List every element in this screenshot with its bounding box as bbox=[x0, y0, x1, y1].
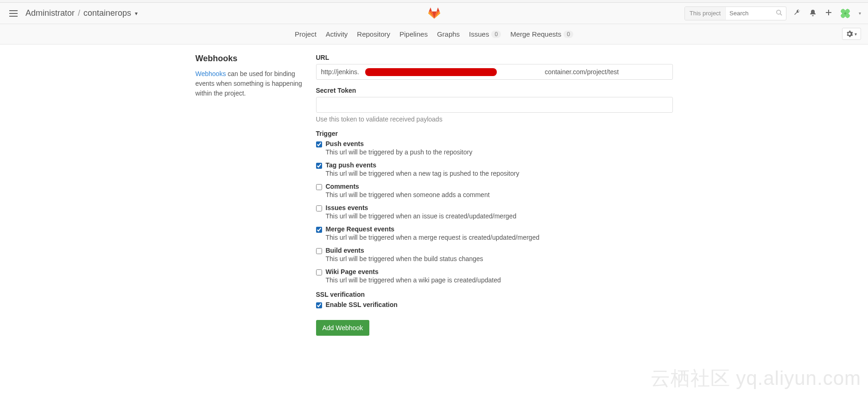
breadcrumb-project[interactable]: containerops bbox=[83, 8, 131, 18]
trigger-item: Comments This url will be triggered when… bbox=[316, 183, 673, 198]
header-right: This project ▾ bbox=[684, 6, 861, 20]
trigger-desc: This url will be triggered when someone … bbox=[326, 191, 673, 198]
plus-icon[interactable] bbox=[824, 7, 834, 19]
secret-input[interactable] bbox=[316, 97, 673, 113]
nav-tabs: Project Activity Repository Pipelines Gr… bbox=[295, 26, 573, 43]
trigger-checkbox[interactable] bbox=[316, 184, 322, 190]
trigger-label: Build events bbox=[326, 247, 673, 254]
form-column: URL Secret Token Use this token to valid… bbox=[316, 54, 673, 336]
avatar-image bbox=[840, 8, 851, 19]
tab-mr-label: Merge Requests bbox=[510, 30, 561, 38]
left-column: Webhooks Webhooks can be used for bindin… bbox=[196, 54, 316, 336]
tab-repository[interactable]: Repository bbox=[357, 26, 390, 43]
trigger-item: Issues events This url will be triggered… bbox=[316, 204, 673, 220]
tab-merge-requests[interactable]: Merge Requests 0 bbox=[510, 26, 573, 43]
redaction-bar bbox=[365, 68, 497, 76]
trigger-desc: This url will be triggered when a merge … bbox=[326, 234, 673, 241]
bell-icon[interactable] bbox=[808, 7, 818, 19]
trigger-label: Trigger bbox=[316, 130, 673, 137]
trigger-label: Merge Request events bbox=[326, 225, 673, 233]
url-label: URL bbox=[316, 54, 673, 61]
trigger-group: Trigger Push events This url will be tri… bbox=[316, 130, 673, 284]
menu-icon[interactable] bbox=[7, 8, 20, 19]
search-box: This project bbox=[684, 6, 786, 20]
trigger-item: Wiki Page events This url will be trigge… bbox=[316, 268, 673, 284]
page-description: Webhooks can be used for binding events … bbox=[196, 69, 307, 98]
tab-issues[interactable]: Issues 0 bbox=[469, 26, 501, 43]
search-scope[interactable]: This project bbox=[685, 7, 726, 20]
svg-point-0 bbox=[777, 10, 781, 14]
ssl-check-item: Enable SSL verification bbox=[316, 301, 673, 308]
settings-button[interactable]: ▾ bbox=[842, 28, 861, 40]
ssl-checkbox[interactable] bbox=[316, 302, 322, 308]
trigger-desc: This url will be triggered when an issue… bbox=[326, 212, 673, 220]
trigger-item: Merge Request events This url will be tr… bbox=[316, 225, 673, 241]
trigger-checkbox[interactable] bbox=[316, 141, 322, 147]
trigger-label: Tag push events bbox=[326, 161, 673, 169]
ssl-group: SSL verification Enable SSL verification bbox=[316, 291, 673, 308]
search-icon[interactable] bbox=[772, 9, 786, 17]
trigger-checkbox[interactable] bbox=[316, 163, 322, 169]
trigger-list: Push events This url will be triggered b… bbox=[316, 140, 673, 284]
breadcrumb-owner[interactable]: Administrator bbox=[25, 8, 75, 18]
secret-label: Secret Token bbox=[316, 87, 673, 94]
user-avatar[interactable] bbox=[839, 7, 851, 19]
trigger-desc: This url will be triggered by a push to … bbox=[326, 148, 673, 156]
gitlab-logo[interactable] bbox=[428, 7, 441, 21]
trigger-desc: This url will be triggered when the buil… bbox=[326, 255, 673, 262]
secret-help: Use this token to validate received payl… bbox=[316, 115, 673, 123]
trigger-checkbox[interactable] bbox=[316, 248, 322, 254]
nav-row: Project Activity Repository Pipelines Gr… bbox=[0, 24, 868, 45]
header-bar: Administrator / containerops ▾ This proj… bbox=[0, 3, 868, 24]
mr-badge: 0 bbox=[564, 31, 573, 38]
tab-issues-label: Issues bbox=[469, 30, 489, 38]
trigger-item: Build events This url will be triggered … bbox=[316, 247, 673, 262]
tab-project[interactable]: Project bbox=[295, 26, 317, 43]
trigger-label: Push events bbox=[326, 140, 673, 147]
trigger-desc: This url will be triggered when a new ta… bbox=[326, 170, 673, 177]
trigger-checkbox[interactable] bbox=[316, 269, 322, 275]
avatar-chevron-icon[interactable]: ▾ bbox=[859, 11, 861, 16]
ssl-check-label: Enable SSL verification bbox=[326, 301, 673, 308]
tab-activity[interactable]: Activity bbox=[326, 26, 348, 43]
add-webhook-button[interactable]: Add Webhook bbox=[316, 320, 370, 336]
chevron-down-icon: ▾ bbox=[855, 32, 857, 37]
trigger-item: Tag push events This url will be trigger… bbox=[316, 161, 673, 177]
issues-badge: 0 bbox=[491, 31, 501, 38]
trigger-desc: This url will be triggered when a wiki p… bbox=[326, 276, 673, 284]
trigger-item: Push events This url will be triggered b… bbox=[316, 140, 673, 156]
search-input[interactable] bbox=[726, 10, 772, 17]
trigger-checkbox[interactable] bbox=[316, 227, 322, 233]
webhooks-link[interactable]: Webhooks bbox=[196, 70, 226, 77]
page-title: Webhooks bbox=[196, 54, 307, 64]
url-group: URL bbox=[316, 54, 673, 80]
trigger-label: Wiki Page events bbox=[326, 268, 673, 275]
gear-icon bbox=[846, 31, 853, 37]
ssl-label: SSL verification bbox=[316, 291, 673, 298]
breadcrumb-separator: / bbox=[78, 8, 80, 18]
trigger-label: Comments bbox=[326, 183, 673, 190]
tab-pipelines[interactable]: Pipelines bbox=[399, 26, 428, 43]
trigger-checkbox[interactable] bbox=[316, 205, 322, 211]
trigger-label: Issues events bbox=[326, 204, 673, 211]
breadcrumb[interactable]: Administrator / containerops ▾ bbox=[25, 8, 139, 18]
wrench-icon[interactable] bbox=[792, 7, 802, 19]
content: Webhooks Webhooks can be used for bindin… bbox=[189, 54, 680, 336]
chevron-down-icon[interactable]: ▾ bbox=[135, 10, 138, 17]
secret-group: Secret Token Use this token to validate … bbox=[316, 87, 673, 123]
tab-graphs[interactable]: Graphs bbox=[437, 26, 460, 43]
